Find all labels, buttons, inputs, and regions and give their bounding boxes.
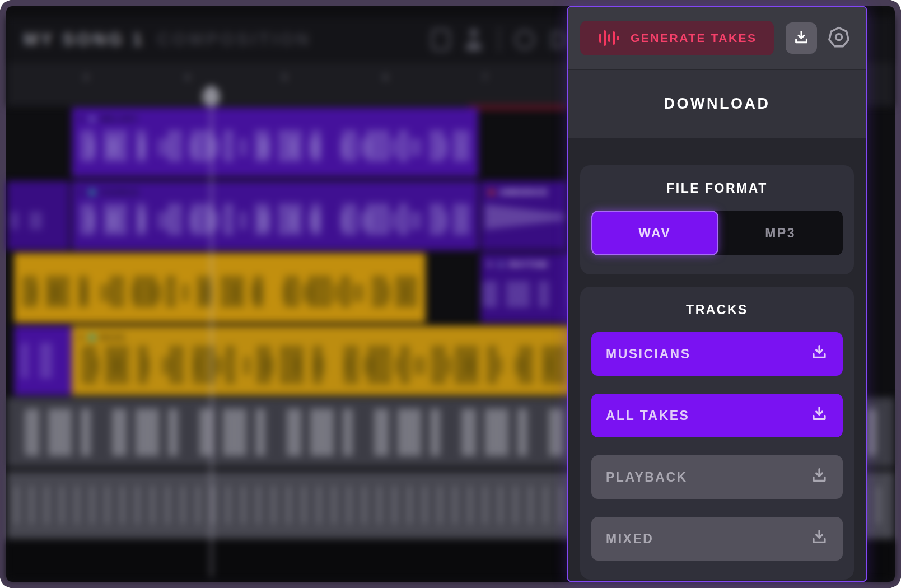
generate-takes-label: GENERATE TAKES [631, 31, 757, 45]
clip-purple-small [14, 326, 72, 395]
file-format-title: FILE FORMAT [591, 181, 843, 196]
clip-ambience: AMBIENCE [480, 181, 567, 250]
playhead-marker [202, 86, 220, 106]
musicians-label: MUSICIANS [606, 347, 691, 362]
generate-takes-button[interactable]: GENERATE TAKES [580, 21, 774, 55]
tracks-title: TRACKS [591, 302, 843, 318]
track-label: CHORUS [100, 188, 139, 197]
toolbar-letter: D [549, 25, 568, 55]
download-icon [793, 29, 810, 48]
muted-clip-edge [468, 105, 567, 110]
download-mixed-button[interactable]: MIXED [591, 517, 843, 561]
waveform-icon [597, 27, 619, 49]
snap-grid-icon [431, 29, 450, 51]
playback-label: PLAYBACK [606, 470, 688, 485]
song-subtitle: COMPOSITION [157, 30, 311, 50]
download-icon [810, 466, 828, 488]
ruler-mark: 7 [483, 73, 488, 83]
gear-icon [827, 26, 851, 51]
download-toggle-button[interactable] [786, 22, 817, 54]
ruler-mark: 3 [83, 73, 88, 83]
ruler-mark: 4 [185, 73, 190, 83]
download-all-takes-button[interactable]: ALL TAKES [591, 394, 843, 437]
download-icon [810, 528, 828, 549]
download-playback-button[interactable]: PLAYBACK [591, 455, 843, 499]
format-option-mp3[interactable]: MP3 [718, 211, 843, 255]
track-label: RHYTHM [509, 260, 548, 269]
clip-bass: BASS [72, 326, 582, 395]
download-icon [810, 343, 828, 365]
playhead-line [211, 85, 212, 577]
mixed-label: MIXED [606, 531, 653, 547]
panel-header: GENERATE TAKES [568, 7, 866, 70]
timeline-toolbar: D [431, 25, 568, 55]
app-window: MY SONG 1 COMPOSITION D 3 4 5 6 7 MELODY [0, 0, 901, 588]
file-format-toggle: WAV MP3 [591, 211, 843, 255]
clip-yellow-1 [14, 253, 426, 323]
track-label: BASS [100, 333, 125, 342]
track-label: AMBIENCE [499, 188, 548, 197]
download-panel: GENERATE TAKES DOWNLOAD [567, 6, 867, 582]
track-label: MELODY [100, 114, 139, 123]
panel-body: FILE FORMAT WAV MP3 TRACKS MUSICIANS [568, 138, 866, 580]
file-format-card: FILE FORMAT WAV MP3 [580, 165, 854, 274]
clip-chorus-tail [7, 181, 69, 250]
panel-title: DOWNLOAD [664, 95, 771, 113]
clip-chorus: CHORUS [72, 181, 478, 250]
song-title: MY SONG 1 [24, 30, 145, 50]
toolbar-divider [498, 27, 500, 53]
tracks-card: TRACKS MUSICIANS ALL TAKES [580, 287, 854, 580]
clip-melody: MELODY [72, 108, 478, 177]
settings-button[interactable] [824, 23, 854, 53]
panel-title-bar: DOWNLOAD [568, 70, 866, 138]
all-takes-label: ALL TAKES [606, 408, 689, 423]
download-icon [810, 405, 828, 426]
user-icon [465, 29, 484, 51]
format-option-wav[interactable]: WAV [591, 211, 718, 255]
eye-icon [515, 30, 535, 50]
ruler-mark: 6 [383, 73, 388, 83]
ruler-mark: 5 [282, 73, 287, 83]
download-musicians-button[interactable]: MUSICIANS [591, 332, 843, 376]
